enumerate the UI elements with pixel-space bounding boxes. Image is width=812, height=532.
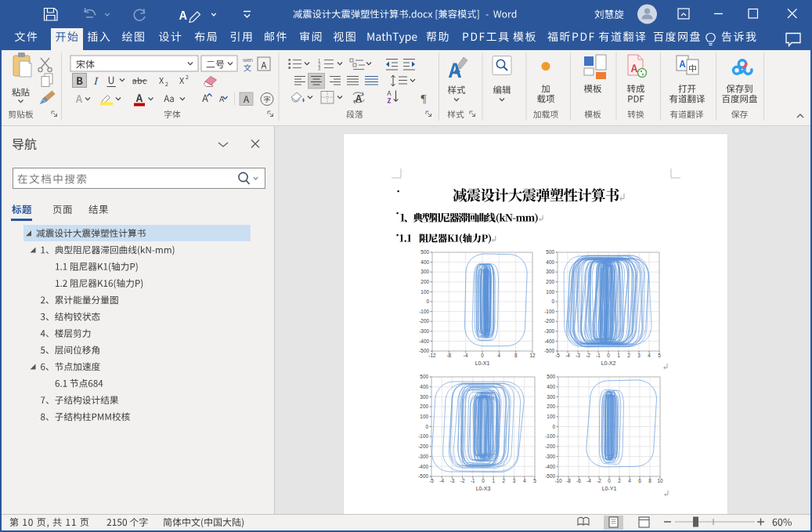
- svg-text:I: I: [92, 74, 99, 87]
- svg-text:¶: ¶: [421, 92, 427, 105]
